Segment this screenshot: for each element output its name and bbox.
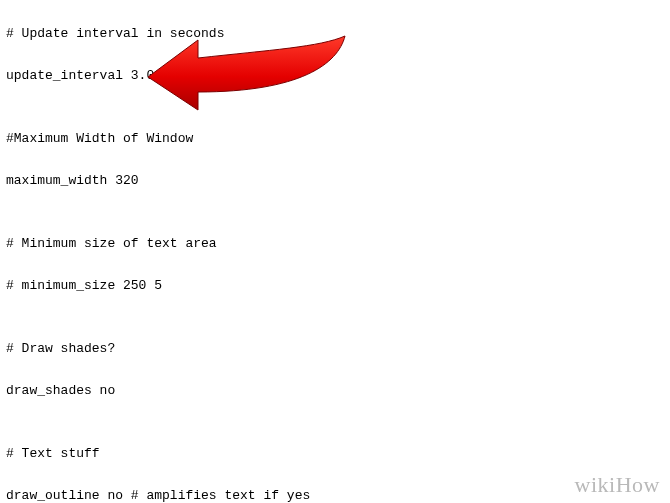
config-line: # Text stuff (6, 443, 664, 464)
config-line: draw_shades no (6, 380, 664, 401)
config-line: # minimum_size 250 5 (6, 275, 664, 296)
config-file-content: # Update interval in seconds update_inte… (0, 0, 670, 503)
config-line: draw_outline no # amplifies text if yes (6, 485, 664, 503)
config-line: # Update interval in seconds (6, 23, 664, 44)
config-line: #Maximum Width of Window (6, 128, 664, 149)
config-line: update_interval 3.0 (6, 65, 664, 86)
config-line-highlighted: maximum_width 320 (6, 170, 664, 191)
config-line: # Minimum size of text area (6, 233, 664, 254)
wikihow-watermark: wikiHow (575, 474, 660, 495)
config-line: # Draw shades? (6, 338, 664, 359)
